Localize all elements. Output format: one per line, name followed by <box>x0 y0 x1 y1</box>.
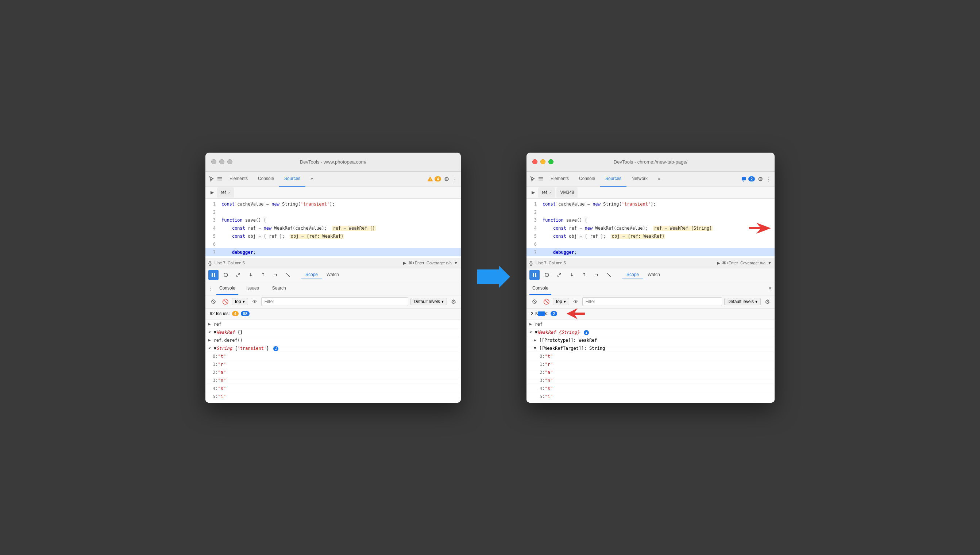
file-tab-vm348-right[interactable]: VM348 <box>556 187 577 197</box>
clear-console-left[interactable] <box>208 297 219 307</box>
toggle-sidebar-left[interactable]: ▶ <box>208 189 216 196</box>
layers-icon-right[interactable] <box>537 176 544 182</box>
deactivate-btn-left[interactable] <box>283 270 293 280</box>
tab-console-right[interactable]: Console <box>574 171 600 186</box>
console-row-ref-left: ▶ ref <box>205 321 461 329</box>
minimize-button-left[interactable] <box>219 159 224 164</box>
file-tab-ref-left[interactable]: ref × <box>217 187 234 197</box>
expand-arrow-ref-right[interactable]: ▶ <box>529 322 532 326</box>
levels-dropdown-right[interactable]: Default levels ▾ <box>724 298 761 305</box>
tab-console-left[interactable]: Console <box>253 171 279 186</box>
svg-line-15 <box>533 300 536 303</box>
search-tab-left[interactable]: Search <box>267 281 291 296</box>
expand-arrow-proto-right[interactable]: ▶ <box>534 338 536 343</box>
maximize-button-left[interactable] <box>227 159 232 164</box>
tab-elements-left[interactable]: Elements <box>224 171 253 186</box>
cursor-icon-left[interactable] <box>208 176 215 182</box>
scope-tab-scope-left[interactable]: Scope <box>301 271 322 279</box>
levels-dropdown-left[interactable]: Default levels ▾ <box>411 298 447 305</box>
run-icon-left[interactable]: ▶ <box>403 261 406 265</box>
close-button-left[interactable] <box>211 159 216 164</box>
collapse-arrow-weakref-right[interactable]: < <box>529 330 532 334</box>
code-line-7-left: 7 debugger; <box>205 248 461 256</box>
close-file-left[interactable]: × <box>228 190 230 195</box>
dots-icon-left[interactable]: ⋮ <box>452 176 458 183</box>
right-console-panel: Console × 🚫 top ▾ 👁 Default levels ▾ <box>526 282 775 403</box>
run-icon-right[interactable]: ▶ <box>717 261 720 265</box>
info-badge-left: 88 <box>241 311 249 316</box>
no-btn-right[interactable]: 🚫 <box>542 297 551 306</box>
dots-menu-left[interactable]: ⋮ <box>208 286 213 291</box>
tab-sources-right[interactable]: Sources <box>600 171 627 186</box>
minimize-button-right[interactable] <box>540 159 545 164</box>
issues-tab-left[interactable]: Issues <box>241 281 264 296</box>
reload-btn-right[interactable] <box>542 270 552 280</box>
gear-btn-left[interactable]: ⚙ <box>449 297 458 306</box>
close-button-right[interactable] <box>532 159 537 164</box>
pretty-print-icon-right[interactable]: {} <box>529 260 533 266</box>
step-out-btn-right[interactable] <box>579 270 589 280</box>
step-into-btn-right[interactable] <box>567 270 577 280</box>
step-over-btn-left[interactable] <box>233 270 243 280</box>
maximize-button-right[interactable] <box>548 159 553 164</box>
step-btn-left[interactable] <box>270 270 281 280</box>
code-line-7-right: 7 debugger; <box>526 248 775 256</box>
coverage-menu-left[interactable]: ▼ <box>454 261 458 265</box>
left-console-filter-bar: 🚫 top ▾ 👁 Default levels ▾ ⚙ <box>205 295 461 308</box>
close-console-right[interactable]: × <box>768 285 772 292</box>
step-out-btn-left[interactable] <box>258 270 268 280</box>
dots-icon-right[interactable]: ⋮ <box>766 176 772 183</box>
step-over-btn-right[interactable] <box>554 270 564 280</box>
layers-icon-left[interactable] <box>216 176 223 182</box>
collapse-arrow-weakref-left[interactable]: < <box>208 330 211 334</box>
toggle-sidebar-right[interactable]: ▶ <box>529 189 537 196</box>
scope-tab-scope-right[interactable]: Scope <box>622 271 643 279</box>
step-btn-right[interactable] <box>592 270 602 280</box>
tab-sources-left[interactable]: Sources <box>279 171 305 186</box>
blue-arrow-svg <box>477 266 510 288</box>
gear-icon-right[interactable]: ⚙ <box>758 176 763 183</box>
left-file-tabs: ▶ ref × <box>205 187 461 199</box>
tab-elements-right[interactable]: Elements <box>545 171 574 186</box>
code-line-5-left: 5 const obj = { ref }; obj = {ref: WeakR… <box>205 232 461 240</box>
console-tab-left[interactable]: Console <box>216 282 238 295</box>
no-btn-left[interactable]: 🚫 <box>221 297 230 306</box>
scope-tab-watch-right[interactable]: Watch <box>643 271 664 279</box>
pretty-print-icon-left[interactable]: {} <box>208 260 212 266</box>
right-devtools-tabs: Elements Console Sources Network » 2 ⚙ ⋮ <box>526 172 775 187</box>
deactivate-btn-right[interactable] <box>604 270 614 280</box>
tab-more-left[interactable]: » <box>305 171 318 186</box>
step-into-btn-left[interactable] <box>246 270 256 280</box>
clear-console-right[interactable] <box>529 297 540 307</box>
pause-btn-right[interactable] <box>529 270 540 280</box>
coverage-label-left: Coverage: n/a <box>427 261 452 265</box>
reload-btn-left[interactable] <box>221 270 231 280</box>
code-line-1-right: 1 const cacheValue = new String('transie… <box>526 200 775 208</box>
expand-arrow-deref-left[interactable]: ▶ <box>208 338 211 343</box>
filter-input-right[interactable] <box>582 297 722 306</box>
close-file-right[interactable]: × <box>549 190 551 195</box>
console-tab-right[interactable]: Console <box>529 282 551 295</box>
collapse-arrow-target-right[interactable]: ▼ <box>534 346 536 351</box>
tab-more-right[interactable]: » <box>653 171 665 186</box>
gear-btn-right[interactable]: ⚙ <box>763 297 772 306</box>
red-arrow-line4 <box>749 223 771 234</box>
expand-arrow-ref-left[interactable]: ▶ <box>208 322 211 326</box>
collapse-arrow-string-left[interactable]: < <box>208 346 211 351</box>
top-dropdown-left[interactable]: top ▾ <box>232 298 248 305</box>
pause-btn-left[interactable] <box>208 270 219 280</box>
eye-btn-left[interactable]: 👁 <box>250 297 259 306</box>
right-status-bar: {} Line 7, Column 5 ▶ ⌘+Enter Coverage: … <box>526 258 775 268</box>
top-dropdown-right[interactable]: top ▾ <box>553 298 569 305</box>
console-row-2-right: 2: "a" <box>526 369 775 377</box>
code-line-4-right: 4 const ref = new WeakRef(cacheValue); r… <box>526 224 775 232</box>
eye-btn-right[interactable]: 👁 <box>571 297 580 306</box>
gear-icon-left[interactable]: ⚙ <box>444 176 449 183</box>
cursor-icon-right[interactable] <box>529 176 536 182</box>
filter-input-left[interactable] <box>261 297 408 306</box>
coverage-menu-right[interactable]: ▼ <box>767 261 772 265</box>
tab-network-right[interactable]: Network <box>627 171 653 186</box>
scope-tab-watch-left[interactable]: Watch <box>322 271 343 279</box>
left-status-bar: {} Line 7, Column 5 ▶ ⌘+Enter Coverage: … <box>205 258 461 268</box>
file-tab-ref-right[interactable]: ref × <box>538 187 555 197</box>
